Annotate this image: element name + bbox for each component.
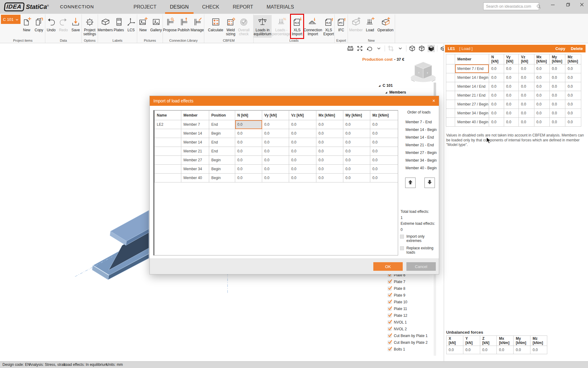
checkbox-checked-icon[interactable] — [388, 307, 391, 311]
cell-value[interactable]: 0.0 — [489, 82, 504, 91]
cell-value[interactable]: 0.0 — [289, 174, 316, 182]
checkbox-checked-icon[interactable] — [388, 341, 391, 344]
cell-value[interactable]: 0.0 — [534, 64, 549, 73]
ribbon-button-manage[interactable]: Manage — [190, 15, 204, 38]
move-up-button[interactable] — [405, 178, 416, 188]
cell-value[interactable]: 0.0 — [550, 91, 565, 100]
cell-value[interactable]: 0.0 — [343, 120, 370, 129]
cell-value[interactable]: 0.0 — [565, 82, 581, 91]
ribbon-button-new[interactable]: New — [21, 15, 32, 38]
cell-value[interactable]: 0.0 — [316, 129, 343, 138]
move-down-button[interactable] — [424, 178, 435, 188]
ribbon-button-lcs[interactable]: LCS — [125, 15, 137, 38]
cell-value[interactable]: 0.0 — [235, 174, 262, 182]
viewport-tool-rotate-view-icon[interactable] — [366, 45, 373, 52]
cell-value[interactable]: 0.0 — [550, 82, 565, 91]
cell-value[interactable]: 0.0 — [565, 73, 581, 82]
cell-value[interactable]: 0.0 — [316, 120, 343, 129]
cell-value[interactable]: 0.0 — [370, 165, 398, 174]
row-selector-cell[interactable] — [446, 118, 455, 127]
cell-value[interactable]: 0.0 — [534, 82, 549, 91]
cell-value[interactable]: 0.0 — [370, 120, 398, 129]
tree-item-bolts-1[interactable]: Bolts 1 — [388, 346, 405, 353]
cell-value[interactable]: 0.0 — [489, 100, 504, 109]
viewport-tool-chevron-down-icon[interactable] — [375, 45, 383, 52]
ribbon-button-save[interactable]: Save — [70, 15, 81, 38]
row-selector-cell[interactable] — [446, 82, 455, 91]
row-selector-cell[interactable] — [446, 73, 455, 82]
cell-value[interactable]: 0.0 — [550, 73, 565, 82]
cell-value[interactable]: 0.0 — [343, 156, 370, 165]
cell-value[interactable]: 0.0 — [534, 73, 549, 82]
cell-value[interactable]: 0.0 — [504, 91, 518, 100]
cell-value[interactable]: 0.0 — [235, 156, 262, 165]
replace-existing-loads-checkbox[interactable]: Replace existing loads — [400, 246, 434, 255]
restore-button[interactable] — [561, 0, 575, 10]
ribbon-button-ifc[interactable]: IFCIFC — [335, 15, 347, 38]
viewport-tool-measure-icon[interactable] — [347, 45, 354, 52]
cell-value[interactable]: 0.0 — [316, 138, 343, 147]
cell-value[interactable]: 0.0 — [235, 165, 262, 174]
cell-value[interactable]: 0.0 — [550, 64, 565, 73]
dialog-close-icon[interactable]: × — [432, 98, 435, 104]
cell-member[interactable]: Member 34 / Begin — [455, 109, 489, 118]
checkbox-checked-icon[interactable] — [388, 280, 391, 284]
ribbon-button-loads-in-equilibrium[interactable]: Loads inequilibrium — [254, 15, 272, 38]
tree-item-plate-8[interactable]: Plate 8 — [388, 285, 405, 292]
cell-value[interactable]: 0.0 — [262, 138, 289, 147]
cell-value[interactable]: 0.0 — [262, 174, 289, 182]
checkbox-checked-icon[interactable] — [388, 300, 391, 304]
tab-design[interactable]: DESIGN — [163, 0, 195, 14]
ribbon-button-copy[interactable]: Copy — [33, 15, 45, 38]
viewport-tool-cube-hidden-lines-icon[interactable] — [418, 45, 425, 52]
cell-value[interactable]: 0.0 — [534, 91, 549, 100]
close-button[interactable] — [575, 0, 588, 10]
ribbon-button-propose[interactable]: Propose — [163, 15, 177, 38]
checkbox-checked-icon[interactable] — [388, 334, 391, 338]
tree-item-plate-10[interactable]: Plate 10 — [388, 299, 407, 305]
cell-value[interactable]: 0.0 — [289, 156, 316, 165]
tree-item-plate-11[interactable]: Plate 11 — [388, 305, 407, 312]
cell-value[interactable]: 0.0 — [316, 174, 343, 182]
cell-value[interactable]: 0.0 — [565, 64, 581, 73]
cell-value[interactable]: 0.0 — [370, 147, 398, 156]
checkbox-checked-icon[interactable] — [388, 347, 391, 351]
ribbon-button-connection-import[interactable]: ConnectionImport — [303, 15, 322, 38]
tree-item-plate-9[interactable]: Plate 9 — [388, 292, 405, 299]
ribbon-button-project-settings[interactable]: </>Projectsettings — [82, 15, 97, 38]
delete-load-button[interactable]: Delete — [571, 46, 583, 51]
row-selector-cell[interactable] — [446, 91, 455, 100]
cell-value[interactable]: 0.0 — [534, 118, 549, 127]
ribbon-button-new[interactable]: New — [137, 15, 149, 38]
row-selector-cell[interactable] — [446, 109, 455, 118]
cell-value[interactable]: 0.0 — [519, 118, 534, 127]
cell-value[interactable]: 0.0 — [565, 91, 581, 100]
ribbon-button-calculate[interactable]: Calculate — [207, 15, 224, 38]
import-only-extremes-checkbox[interactable]: Import only extremes — [400, 234, 434, 243]
cell-value[interactable]: 0.0 — [343, 138, 370, 147]
cell-value[interactable]: 0.0 — [519, 73, 534, 82]
order-item-member-7-end[interactable]: Member 7 - End — [405, 118, 437, 126]
cell-value[interactable]: 0.0 — [504, 73, 518, 82]
cell-value[interactable]: 0.0 — [504, 118, 518, 127]
expander-icon[interactable]: ◢ — [385, 91, 387, 94]
tab-project[interactable]: PROJECT — [127, 0, 163, 14]
ribbon-button-operation[interactable]: Operation — [376, 15, 394, 38]
cell-value[interactable]: 0.0 — [489, 109, 504, 118]
cell-value[interactable]: 0.0 — [370, 174, 398, 182]
viewport-tool-fit-view-icon[interactable] — [356, 45, 364, 52]
cell-value[interactable]: 0.0 — [565, 100, 581, 109]
cell-value[interactable]: 0.0 — [370, 138, 398, 147]
checkbox-checked-icon[interactable] — [388, 293, 391, 297]
cell-value[interactable]: 0.0 — [343, 129, 370, 138]
cell-value[interactable]: 0.0 — [235, 138, 262, 147]
cell-value[interactable]: 0.0 — [289, 165, 316, 174]
cell-value[interactable]: 0.0 — [504, 109, 518, 118]
cell-value[interactable]: 0.0 — [289, 147, 316, 156]
copy-load-button[interactable]: Copy — [555, 46, 565, 51]
cell-value[interactable]: 0.0 — [565, 109, 581, 118]
search-box[interactable] — [483, 2, 539, 10]
ribbon-button-undo[interactable]: Undo — [45, 15, 57, 38]
cell-value[interactable]: 0.0 — [262, 147, 289, 156]
ribbon-button-publish[interactable]: Publish — [177, 15, 190, 38]
